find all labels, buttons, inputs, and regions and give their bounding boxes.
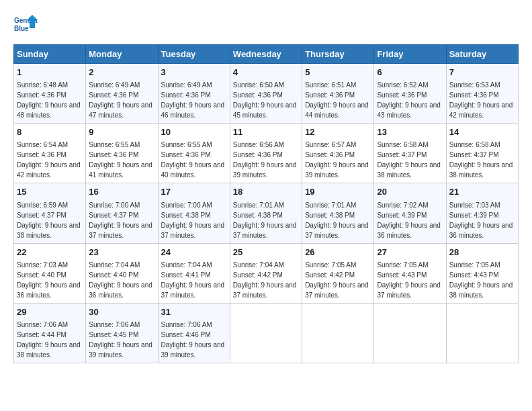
calendar-cell: 16Sunrise: 7:00 AMSunset: 4:37 PMDayligh… xyxy=(86,183,158,243)
calendar-cell: 1Sunrise: 6:48 AMSunset: 4:36 PMDaylight… xyxy=(14,64,86,124)
day-number: 9 xyxy=(89,126,154,138)
day-number: 29 xyxy=(17,306,83,318)
cell-content: Sunrise: 6:48 AMSunset: 4:36 PMDaylight:… xyxy=(17,81,81,119)
cell-content: Sunrise: 7:02 AMSunset: 4:39 PMDaylight:… xyxy=(377,201,441,239)
calendar-cell: 3Sunrise: 6:49 AMSunset: 4:36 PMDaylight… xyxy=(158,64,230,124)
day-number: 22 xyxy=(17,246,83,259)
header-day-tuesday: Tuesday xyxy=(158,45,230,64)
calendar-cell: 14Sunrise: 6:58 AMSunset: 4:37 PMDayligh… xyxy=(446,124,518,183)
day-number: 12 xyxy=(305,126,371,138)
day-number: 26 xyxy=(305,246,371,259)
calendar-cell: 11Sunrise: 6:56 AMSunset: 4:36 PMDayligh… xyxy=(230,124,302,183)
cell-content: Sunrise: 7:04 AMSunset: 4:40 PMDaylight:… xyxy=(89,261,152,299)
cell-content: Sunrise: 7:06 AMSunset: 4:44 PMDaylight:… xyxy=(17,321,81,359)
calendar-cell: 24Sunrise: 7:04 AMSunset: 4:41 PMDayligh… xyxy=(158,243,230,303)
cell-content: Sunrise: 6:49 AMSunset: 4:36 PMDaylight:… xyxy=(161,81,225,119)
day-number: 25 xyxy=(233,246,299,259)
calendar-cell xyxy=(374,303,446,363)
day-number: 28 xyxy=(449,246,515,259)
calendar-cell: 12Sunrise: 6:57 AMSunset: 4:36 PMDayligh… xyxy=(302,124,374,183)
day-number: 21 xyxy=(449,186,515,198)
cell-content: Sunrise: 6:56 AMSunset: 4:36 PMDaylight:… xyxy=(233,141,297,179)
logo: General Blue xyxy=(13,13,38,38)
day-number: 3 xyxy=(161,66,227,79)
cell-content: Sunrise: 6:54 AMSunset: 4:36 PMDaylight:… xyxy=(17,141,81,179)
cell-content: Sunrise: 6:55 AMSunset: 4:36 PMDaylight:… xyxy=(161,141,225,179)
header-day-wednesday: Wednesday xyxy=(230,45,302,64)
header-day-monday: Monday xyxy=(86,45,158,64)
calendar-cell: 10Sunrise: 6:55 AMSunset: 4:36 PMDayligh… xyxy=(158,124,230,183)
day-number: 27 xyxy=(377,246,443,259)
cell-content: Sunrise: 6:58 AMSunset: 4:37 PMDaylight:… xyxy=(449,141,513,179)
day-number: 2 xyxy=(89,66,154,79)
day-number: 8 xyxy=(17,126,83,138)
cell-content: Sunrise: 6:57 AMSunset: 4:36 PMDaylight:… xyxy=(305,141,369,179)
header-row: SundayMondayTuesdayWednesdayThursdayFrid… xyxy=(14,45,519,64)
day-number: 7 xyxy=(449,66,515,79)
cell-content: Sunrise: 7:05 AMSunset: 4:43 PMDaylight:… xyxy=(449,261,513,299)
day-number: 15 xyxy=(17,186,83,198)
day-number: 19 xyxy=(305,186,371,198)
cell-content: Sunrise: 7:05 AMSunset: 4:42 PMDaylight:… xyxy=(305,261,369,299)
calendar-cell: 19Sunrise: 7:01 AMSunset: 4:38 PMDayligh… xyxy=(302,183,374,243)
cell-content: Sunrise: 6:50 AMSunset: 4:36 PMDaylight:… xyxy=(233,81,297,119)
calendar-cell: 8Sunrise: 6:54 AMSunset: 4:36 PMDaylight… xyxy=(14,124,86,183)
calendar-cell: 15Sunrise: 6:59 AMSunset: 4:37 PMDayligh… xyxy=(14,183,86,243)
day-number: 16 xyxy=(89,186,154,198)
cell-content: Sunrise: 7:01 AMSunset: 4:38 PMDaylight:… xyxy=(305,201,369,239)
calendar-cell: 13Sunrise: 6:58 AMSunset: 4:37 PMDayligh… xyxy=(374,124,446,183)
day-number: 31 xyxy=(161,306,227,318)
calendar-cell xyxy=(230,303,302,363)
cell-content: Sunrise: 6:59 AMSunset: 4:37 PMDaylight:… xyxy=(17,201,81,239)
cell-content: Sunrise: 6:55 AMSunset: 4:36 PMDaylight:… xyxy=(89,141,152,179)
calendar-cell: 4Sunrise: 6:50 AMSunset: 4:36 PMDaylight… xyxy=(230,64,302,124)
day-number: 1 xyxy=(17,66,83,79)
calendar-cell: 9Sunrise: 6:55 AMSunset: 4:36 PMDaylight… xyxy=(86,124,158,183)
day-number: 6 xyxy=(377,66,443,79)
svg-text:Blue: Blue xyxy=(14,25,29,32)
cell-content: Sunrise: 7:00 AMSunset: 4:38 PMDaylight:… xyxy=(161,201,225,239)
calendar-cell: 6Sunrise: 6:52 AMSunset: 4:36 PMDaylight… xyxy=(374,64,446,124)
calendar-cell: 29Sunrise: 7:06 AMSunset: 4:44 PMDayligh… xyxy=(14,303,86,363)
day-number: 30 xyxy=(89,306,154,318)
header-day-friday: Friday xyxy=(374,45,446,64)
cell-content: Sunrise: 6:58 AMSunset: 4:37 PMDaylight:… xyxy=(377,141,441,179)
calendar-week-2: 8Sunrise: 6:54 AMSunset: 4:36 PMDaylight… xyxy=(14,124,519,183)
day-number: 10 xyxy=(161,126,227,138)
cell-content: Sunrise: 6:53 AMSunset: 4:36 PMDaylight:… xyxy=(449,81,513,119)
calendar-table: SundayMondayTuesdayWednesdayThursdayFrid… xyxy=(13,44,519,363)
calendar-week-3: 15Sunrise: 6:59 AMSunset: 4:37 PMDayligh… xyxy=(14,183,519,243)
calendar-week-4: 22Sunrise: 7:03 AMSunset: 4:40 PMDayligh… xyxy=(14,243,519,303)
calendar-cell: 18Sunrise: 7:01 AMSunset: 4:38 PMDayligh… xyxy=(230,183,302,243)
day-number: 14 xyxy=(449,126,515,138)
calendar-cell: 20Sunrise: 7:02 AMSunset: 4:39 PMDayligh… xyxy=(374,183,446,243)
day-number: 13 xyxy=(377,126,443,138)
cell-content: Sunrise: 6:51 AMSunset: 4:36 PMDaylight:… xyxy=(305,81,369,119)
calendar-cell: 7Sunrise: 6:53 AMSunset: 4:36 PMDaylight… xyxy=(446,64,518,124)
cell-content: Sunrise: 7:03 AMSunset: 4:39 PMDaylight:… xyxy=(449,201,513,239)
calendar-week-1: 1Sunrise: 6:48 AMSunset: 4:36 PMDaylight… xyxy=(14,64,519,124)
calendar-cell xyxy=(446,303,518,363)
calendar-week-5: 29Sunrise: 7:06 AMSunset: 4:44 PMDayligh… xyxy=(14,303,519,363)
calendar-header: SundayMondayTuesdayWednesdayThursdayFrid… xyxy=(14,45,519,64)
header-day-sunday: Sunday xyxy=(14,45,86,64)
header-day-thursday: Thursday xyxy=(302,45,374,64)
cell-content: Sunrise: 7:01 AMSunset: 4:38 PMDaylight:… xyxy=(233,201,297,239)
calendar-cell: 26Sunrise: 7:05 AMSunset: 4:42 PMDayligh… xyxy=(302,243,374,303)
calendar-cell: 28Sunrise: 7:05 AMSunset: 4:43 PMDayligh… xyxy=(446,243,518,303)
calendar-cell: 27Sunrise: 7:05 AMSunset: 4:43 PMDayligh… xyxy=(374,243,446,303)
cell-content: Sunrise: 7:04 AMSunset: 4:41 PMDaylight:… xyxy=(161,261,225,299)
calendar-cell xyxy=(302,303,374,363)
calendar-cell: 23Sunrise: 7:04 AMSunset: 4:40 PMDayligh… xyxy=(86,243,158,303)
day-number: 20 xyxy=(377,186,443,198)
page-header: General Blue xyxy=(13,13,519,38)
cell-content: Sunrise: 7:06 AMSunset: 4:46 PMDaylight:… xyxy=(161,321,225,359)
day-number: 5 xyxy=(305,66,371,79)
cell-content: Sunrise: 6:49 AMSunset: 4:36 PMDaylight:… xyxy=(89,81,152,119)
calendar-cell: 31Sunrise: 7:06 AMSunset: 4:46 PMDayligh… xyxy=(158,303,230,363)
calendar-cell: 22Sunrise: 7:03 AMSunset: 4:40 PMDayligh… xyxy=(14,243,86,303)
day-number: 23 xyxy=(89,246,154,259)
cell-content: Sunrise: 7:04 AMSunset: 4:42 PMDaylight:… xyxy=(233,261,297,299)
logo-svg: General Blue xyxy=(13,13,38,38)
calendar-cell: 21Sunrise: 7:03 AMSunset: 4:39 PMDayligh… xyxy=(446,183,518,243)
